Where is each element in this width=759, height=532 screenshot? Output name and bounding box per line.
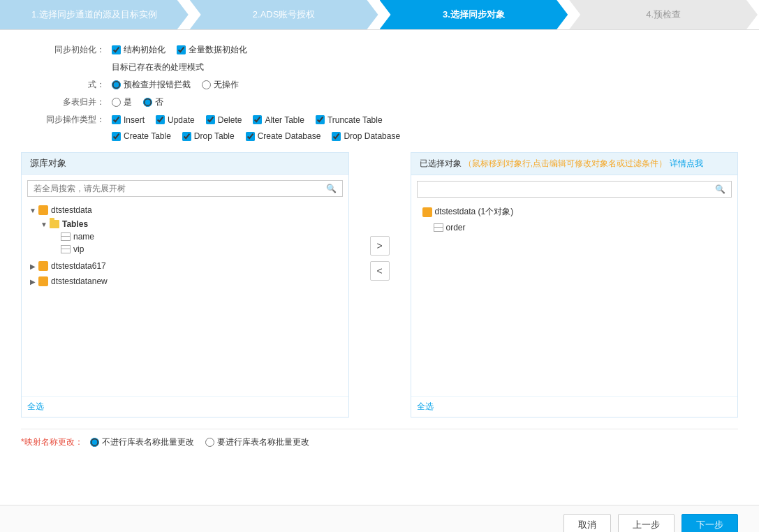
multi-no-input[interactable]: [143, 98, 152, 107]
multi-no-label: 否: [155, 96, 163, 108]
mode-option2-input[interactable]: [202, 80, 211, 89]
cancel-button[interactable]: 取消: [563, 514, 611, 532]
source-panel-body: 🔍 ▼ dtstestdata ▼ Tables: [22, 175, 348, 396]
search-icon[interactable]: 🔍: [320, 181, 342, 196]
multi-no-radio[interactable]: 否: [143, 96, 163, 108]
sync-ops-group2: Create Table Drop Table Create Database …: [112, 131, 400, 141]
mode-option1-input[interactable]: [112, 80, 121, 89]
next-button[interactable]: 下一步: [681, 514, 738, 532]
tree-dtstestdata617: ▶ dtstestdata617: [27, 258, 343, 274]
sync-init-options: 结构初始化 全量数据初始化: [112, 44, 247, 56]
db-icon-617: [38, 261, 48, 271]
tree-dtstestdatanew: ▶ dtstestdatanew: [27, 274, 343, 289]
main-content: 同步初始化： 结构初始化 全量数据初始化 目标已存在表的处理模式 式： 预检查并…: [0, 30, 759, 505]
selected-panel-hint: （鼠标移到对象行,点击编辑可修改对象名或过滤条件）: [464, 158, 667, 168]
selected-search-input[interactable]: [418, 182, 710, 197]
step-2[interactable]: 2.ADS账号授权: [190, 0, 378, 29]
expand-tables[interactable]: ▼: [38, 221, 50, 228]
target-table-title: 目标已存在表的处理模式: [112, 61, 204, 73]
source-panel-header: 源库对象: [22, 153, 348, 175]
op-insert[interactable]: Insert: [112, 115, 145, 125]
mapping-option2-radio[interactable]: 要进行库表名称批量更改: [205, 436, 309, 448]
transfer-backward-button[interactable]: <: [370, 261, 390, 281]
op-update[interactable]: Update: [156, 115, 195, 125]
children-tables: name vip: [50, 230, 343, 256]
label-name: name: [73, 232, 94, 242]
mapping-label: *映射名称更改：: [21, 436, 90, 448]
mode-option1-radio[interactable]: 预检查并报错拦截: [112, 79, 191, 91]
multi-yes-input[interactable]: [112, 98, 121, 107]
selected-search-box: 🔍: [417, 181, 732, 198]
expand-dtstestdata617[interactable]: ▶: [27, 263, 38, 270]
mode-option2-radio[interactable]: 无操作: [202, 79, 239, 91]
panels-container: 源库对象 🔍 ▼ dtstestdata: [21, 152, 738, 418]
mapping-option1-input[interactable]: [90, 438, 99, 447]
selected-table-icon-order: [434, 223, 443, 232]
multi-table-row: 多表归并： 是 否: [21, 96, 738, 108]
source-search-input[interactable]: [28, 181, 320, 196]
source-panel-title: 源库对象: [30, 158, 66, 168]
step-3-label: 3.选择同步对象: [443, 8, 505, 21]
step-2-label: 2.ADS账号授权: [253, 8, 316, 21]
label-vip: vip: [73, 244, 84, 254]
full-data-init-input[interactable]: [177, 45, 186, 54]
mapping-options: 不进行库表名称批量更改 要进行库表名称批量更改: [90, 436, 309, 448]
mapping-option1-radio[interactable]: 不进行库表名称批量更改: [90, 436, 194, 448]
label-dtstestdatanew: dtstestdatanew: [51, 276, 108, 286]
multi-table-label: 多表归并：: [21, 96, 112, 108]
step-4-label: 4.预检查: [646, 8, 681, 21]
source-search-box: 🔍: [27, 180, 343, 197]
op-create-table[interactable]: Create Table: [112, 131, 171, 141]
op-drop-database[interactable]: Drop Database: [332, 131, 400, 141]
expand-dtstestdatanew[interactable]: ▶: [27, 278, 38, 286]
selected-table-order[interactable]: order: [417, 221, 732, 235]
mode-options: 预检查并报错拦截 无操作: [112, 79, 239, 91]
detail-link[interactable]: 详情点我: [670, 158, 703, 168]
op-drop-table[interactable]: Drop Table: [182, 131, 235, 141]
label-dtstestdata617: dtstestdata617: [51, 261, 106, 271]
tree-tables: ▼ Tables name: [38, 216, 343, 257]
mapping-option1-label: 不进行库表名称批量更改: [102, 436, 194, 448]
mode-option1-label: 预检查并报错拦截: [124, 79, 191, 91]
transfer-buttons: > <: [370, 152, 390, 281]
tree-row-name[interactable]: name: [50, 230, 343, 243]
op-create-database[interactable]: Create Database: [246, 131, 321, 141]
footer: 取消 上一步 下一步: [0, 505, 759, 532]
db-icon-dtstestdata: [38, 205, 48, 215]
tree-row-vip[interactable]: vip: [50, 243, 343, 256]
source-select-all[interactable]: 全选: [22, 396, 348, 417]
struct-init-input[interactable]: [112, 45, 121, 54]
backward-icon: <: [376, 265, 382, 276]
mapping-section: *映射名称更改： 不进行库表名称批量更改 要进行库表名称批量更改: [21, 429, 738, 455]
multi-yes-radio[interactable]: 是: [112, 96, 132, 108]
tree-dtstestdata: ▼ dtstestdata ▼ Tables: [27, 202, 343, 258]
mapping-option2-input[interactable]: [205, 438, 214, 447]
step-4[interactable]: 4.预检查: [569, 0, 758, 29]
transfer-forward-button[interactable]: >: [370, 236, 390, 256]
op-delete[interactable]: Delete: [206, 115, 242, 125]
selected-select-all[interactable]: 全选: [411, 396, 738, 417]
struct-init-label: 结构初始化: [124, 44, 165, 56]
full-data-init-label: 全量数据初始化: [189, 44, 247, 56]
sync-ops-row2: Create Table Drop Table Create Database …: [21, 131, 738, 141]
label-tables: Tables: [62, 219, 88, 229]
selected-panel-body: 🔍 dtstestdata (1个对象) order: [411, 175, 738, 396]
op-alter-table[interactable]: Alter Table: [253, 115, 304, 125]
step-3[interactable]: 3.选择同步对象: [380, 0, 568, 29]
multi-table-options: 是 否: [112, 96, 163, 108]
selected-search-icon[interactable]: 🔍: [709, 182, 731, 197]
mapping-option2-label: 要进行库表名称批量更改: [217, 436, 309, 448]
multi-yes-label: 是: [124, 96, 132, 108]
op-truncate-table[interactable]: Truncate Table: [316, 115, 383, 125]
full-data-init-checkbox[interactable]: 全量数据初始化: [177, 44, 247, 56]
source-panel: 源库对象 🔍 ▼ dtstestdata: [21, 152, 349, 418]
selected-panel: 已选择对象 （鼠标移到对象行,点击编辑可修改对象名或过滤条件） 详情点我 🔍 d…: [411, 152, 739, 418]
step-1[interactable]: 1.选择同步通道的源及目标实例: [0, 0, 189, 29]
sync-ops-group1: Insert Update Delete Alter Table Truncat…: [112, 115, 383, 125]
mode-label: 式：: [21, 79, 112, 91]
struct-init-checkbox[interactable]: 结构初始化: [112, 44, 165, 56]
selected-table-label-order: order: [446, 223, 466, 232]
sync-init-row: 同步初始化： 结构初始化 全量数据初始化: [21, 44, 738, 56]
prev-button[interactable]: 上一步: [618, 514, 675, 532]
expand-dtstestdata[interactable]: ▼: [27, 207, 38, 214]
